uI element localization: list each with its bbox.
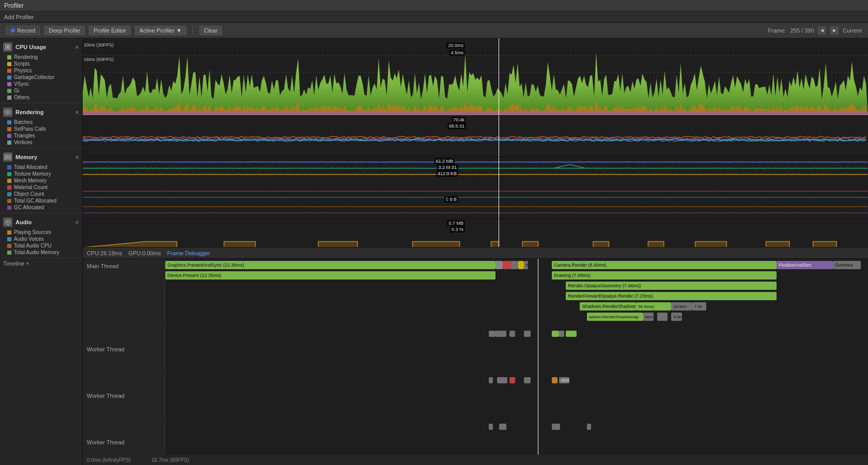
- sidebar-item-total-audio-mem[interactable]: Total Audio Memory: [0, 249, 82, 256]
- tl-bar-sub-item2[interactable]: [657, 313, 668, 321]
- rendering-chart-panel: 70 68.5k 70.4k 31: [83, 116, 868, 157]
- toolbar-separator: [193, 26, 193, 35]
- sidebar-item-audio-voices[interactable]: Audio Voices: [0, 236, 82, 242]
- tl-bar-small4[interactable]: [518, 261, 524, 269]
- sidebar-item-total-allocated[interactable]: Total Allocated: [0, 164, 82, 171]
- wt1-block7[interactable]: [566, 331, 576, 337]
- clear-button[interactable]: Clear: [199, 26, 222, 35]
- cpu-section-header[interactable]: CPU Usage ✕: [0, 40, 82, 54]
- sidebar-item-gc[interactable]: GarbageCollector: [0, 74, 82, 81]
- sidebar-item-others[interactable]: Others: [0, 94, 82, 101]
- sidebar-item-scripts[interactable]: Scripts: [0, 60, 82, 67]
- timeline-thread-labels: Main Thread Worker Thread Worker Thread …: [83, 259, 165, 455]
- audio-section-header[interactable]: Audio ✕: [0, 215, 82, 229]
- sidebar-item-texture-memory[interactable]: Texture Memory: [0, 171, 82, 177]
- total-audio-mem-color: [7, 251, 11, 255]
- frame-value: 255 / 390: [790, 27, 814, 34]
- tl-bar-sub-shadow[interactable]: adows.RenderShadowmap: [587, 313, 643, 321]
- sidebar-item-triangles[interactable]: Triangles: [0, 132, 82, 139]
- wt2-block2[interactable]: [497, 377, 507, 383]
- tl-bar-small3[interactable]: [511, 261, 518, 269]
- tl-bar-sub-item[interactable]: item: [643, 313, 654, 321]
- sidebar-item-gc-alloc[interactable]: GC Allocated: [0, 204, 82, 211]
- tl-bar-drawing[interactable]: Drawing (7.68ms): [552, 271, 777, 280]
- sidebar-item-physics[interactable]: Physics: [0, 67, 82, 74]
- sidebar-item-setpass[interactable]: SetPass Calls: [0, 126, 82, 132]
- prev-frame-button[interactable]: ◄: [818, 26, 826, 35]
- sidebar-item-total-audio-cpu[interactable]: Total Audio CPU: [0, 242, 82, 249]
- tl-bar-item[interactable]: ite: [524, 261, 528, 269]
- wt2-block6[interactable]: xDm!: [559, 377, 569, 383]
- deep-profile-button[interactable]: Deep Profile: [44, 26, 85, 35]
- timeline-sidebar-label[interactable]: Timeline ▾: [0, 258, 82, 269]
- wt1-block4[interactable]: [524, 331, 531, 337]
- timeline-header: CPU:26.18ms GPU:0.00ms Frame Debugger: [83, 247, 868, 259]
- wt2-block3[interactable]: [509, 377, 515, 383]
- audio-close[interactable]: ✕: [75, 220, 79, 225]
- worker-thread-label-1: Worker Thread: [83, 326, 165, 373]
- tl-bar-7-item[interactable]: 7 ite: [692, 302, 706, 311]
- rendering-section-header[interactable]: Rendering ✕: [0, 105, 82, 119]
- sidebar-item-playing-sources[interactable]: Playing Sources: [0, 229, 82, 236]
- tl-bar-forward-opaque[interactable]: RenderForwardOpaque.Render (7.23ms): [566, 292, 777, 300]
- wt1-block2[interactable]: [495, 331, 506, 337]
- sidebar-item-material-count[interactable]: Material Count: [0, 184, 82, 191]
- audio-chart-panel: 0.7 MB 0.3 %: [83, 219, 868, 247]
- cpu-time-info: CPU:26.18ms: [87, 250, 122, 256]
- sidebar-item-batches[interactable]: Batches: [0, 119, 82, 126]
- menu-bar: Add Profiler: [0, 11, 868, 23]
- tl-bar-9-item[interactable]: 9 item: [671, 313, 681, 321]
- tl-bar-device-present[interactable]: Device.Present (12.35ms): [165, 271, 495, 280]
- menu-add-profiler[interactable]: Add Profiler: [4, 14, 34, 20]
- wt1-block1[interactable]: [489, 331, 496, 337]
- physics-color: [7, 69, 11, 73]
- tl-bar-small1[interactable]: [495, 261, 503, 269]
- wt2-block4[interactable]: [524, 377, 531, 383]
- tl-bar-small2[interactable]: [503, 261, 511, 269]
- wt1-block6[interactable]: [559, 331, 565, 337]
- sidebar-item-rendering[interactable]: Rendering: [0, 54, 82, 60]
- memory-close[interactable]: ✕: [75, 154, 79, 160]
- wt1-block3[interactable]: [509, 331, 515, 337]
- sidebar-section-memory: Memory ✕ Total Allocated Texture Memory …: [0, 148, 82, 213]
- sidebar-section-rendering: Rendering ✕ Batches SetPass Calls Triang…: [0, 103, 82, 148]
- timeline-footer: 0.0ms (InfinityFPS) 16.7ms (60FPS): [83, 455, 868, 465]
- rendering-close[interactable]: ✕: [75, 110, 79, 115]
- tl-bar-18-item[interactable]: 18 item: [671, 302, 692, 311]
- tl-bar-opaque-geom[interactable]: Render.OpaqueGeometry (7.46ms): [566, 282, 777, 290]
- sidebar-item-vertices[interactable]: Vertices: [0, 139, 82, 146]
- next-frame-button[interactable]: ►: [830, 26, 839, 35]
- tl-bar-camera-render[interactable]: Camera.Render (8.40ms): [552, 261, 777, 269]
- profile-editor-button[interactable]: Profile Editor: [89, 26, 131, 35]
- tl-bar-overhead[interactable]: Overhea: [833, 261, 861, 269]
- wt2-block5[interactable]: [552, 377, 557, 383]
- wt3-block1[interactable]: [489, 424, 493, 430]
- tl-bar-56-items[interactable]: 56 Items: [636, 302, 671, 311]
- sidebar-item-object-count[interactable]: Object Count: [0, 191, 82, 197]
- wt1-block5[interactable]: [552, 331, 559, 337]
- cpu-section-title: CPU Usage: [16, 44, 46, 50]
- tl-bar-shadow-rendermap[interactable]: Shadows.RenderShadowmap: [580, 302, 636, 311]
- sidebar-item-gi[interactable]: Gi: [0, 87, 82, 94]
- sidebar-item-mesh-memory[interactable]: Mesh Memory: [0, 177, 82, 184]
- frame-debugger-label[interactable]: Frame Debugger: [167, 250, 210, 256]
- memory-section-title: Memory: [16, 154, 37, 160]
- tl-bar-present-sync[interactable]: Graphics.PresentAndSync (12.36ms): [165, 261, 495, 269]
- cpu-chart-canvas: [83, 38, 868, 116]
- wt3-block2[interactable]: [499, 424, 506, 430]
- timeline-tracks[interactable]: Graphics.PresentAndSync (12.36ms) ite De…: [165, 259, 868, 455]
- memory-section-header[interactable]: Memory ✕: [0, 150, 82, 164]
- svg-rect-7: [9, 156, 10, 158]
- wt2-block1[interactable]: [489, 377, 493, 383]
- sidebar-item-total-gc-alloc[interactable]: Total GC Allocated: [0, 197, 82, 204]
- tl-bar-finalize[interactable]: FinalizeAndSen: [777, 261, 833, 269]
- worker3-track: [165, 421, 868, 455]
- cpu-close[interactable]: ✕: [75, 44, 79, 50]
- sidebar-item-vsync[interactable]: VSync: [0, 81, 82, 87]
- wt3-block3[interactable]: [552, 424, 560, 430]
- batches-color: [7, 120, 11, 125]
- gi-color: [7, 89, 11, 93]
- active-profiler-button[interactable]: Active Profiler ▼: [135, 26, 187, 35]
- wt3-block4[interactable]: [587, 424, 591, 430]
- record-button[interactable]: Record: [6, 26, 40, 35]
